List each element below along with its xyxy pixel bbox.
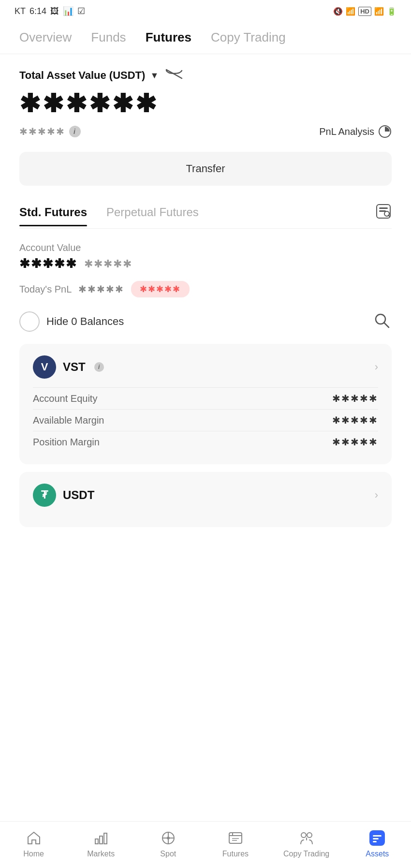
usdt-symbol: USDT: [63, 488, 94, 502]
time-label: 6:14: [29, 6, 46, 16]
hide-balances-left: Hide 0 Balances: [19, 311, 124, 332]
available-margin-label: Available Margin: [33, 415, 104, 426]
pnl-stars: ✱✱✱✱✱: [78, 283, 124, 295]
nav-spot[interactable]: Spot: [149, 829, 188, 858]
svg-line-0: [166, 70, 182, 78]
svg-rect-4: [379, 210, 386, 212]
vst-token-left: V VST i: [33, 355, 104, 379]
account-value-main: ✱✱✱✱✱: [19, 256, 77, 271]
svg-rect-16: [229, 833, 242, 843]
mute-icon: 🔇: [333, 7, 343, 16]
vst-token-card: V VST i › Account Equity ✱✱✱✱✱ Available…: [19, 344, 392, 464]
svg-rect-25: [373, 838, 379, 839]
carrier-label: KT: [15, 6, 26, 16]
position-margin-row: Position Margin ✱✱✱✱✱: [33, 431, 378, 453]
nav-copy-trading[interactable]: Copy Trading: [211, 30, 286, 49]
vst-token-header[interactable]: V VST i ›: [33, 355, 378, 379]
pnl-analysis-button[interactable]: PnL Analysis: [319, 125, 392, 138]
asset-title: Total Asset Value (USDT): [19, 69, 145, 82]
nav-overview[interactable]: Overview: [19, 30, 72, 49]
svg-point-15: [167, 837, 170, 839]
hide-balances-toggle[interactable]: [19, 311, 40, 332]
account-equity-label: Account Equity: [33, 393, 97, 404]
main-content: Total Asset Value (USDT) ▼ ✱✱✱✱✱✱ ✱✱✱✱✱ …: [0, 54, 411, 603]
filter-icon[interactable]: [375, 203, 392, 228]
vst-info-icon[interactable]: i: [94, 362, 104, 372]
svg-point-22: [307, 833, 312, 838]
spot-icon: [160, 829, 177, 847]
nav-home[interactable]: Home: [15, 829, 53, 858]
asset-sub-value: ✱✱✱✱✱: [19, 126, 65, 137]
assets-icon: [368, 829, 386, 847]
usdt-token-left: ₮ USDT: [33, 484, 94, 507]
battery-icon: 🔋: [387, 7, 396, 16]
signal-icon: 📶: [374, 7, 384, 16]
gallery-icon: 🖼: [50, 6, 59, 16]
nav-futures[interactable]: Futures: [146, 30, 191, 49]
vst-logo-letter: V: [41, 361, 48, 373]
account-section: Account Value ✱✱✱✱✱ ✱✱✱✱✱ Today's PnL ✱✱…: [19, 242, 392, 297]
futures-tabs: Std. Futures Perpetual Futures: [19, 203, 392, 229]
position-margin-label: Position Margin: [33, 437, 100, 448]
tab-std-futures[interactable]: Std. Futures: [19, 206, 87, 226]
vst-logo: V: [33, 355, 56, 379]
hide-balances-label: Hide 0 Balances: [46, 315, 124, 328]
screenshot-icon: 📊: [63, 6, 73, 16]
info-icon[interactable]: i: [69, 126, 81, 137]
position-margin-value: ✱✱✱✱✱: [332, 436, 378, 448]
eye-icon[interactable]: [165, 69, 183, 82]
nav-funds[interactable]: Funds: [91, 30, 126, 49]
nav-futures-bottom[interactable]: Futures: [216, 829, 255, 858]
svg-point-21: [301, 833, 306, 838]
usdt-logo: ₮: [33, 484, 56, 507]
account-value-sub: ✱✱✱✱✱: [84, 258, 132, 270]
nav-copy-trading-bottom-label: Copy Trading: [283, 850, 329, 858]
nav-markets[interactable]: Markets: [82, 829, 120, 858]
copy-trading-icon: [298, 829, 315, 847]
nav-copy-trading-bottom[interactable]: Copy Trading: [283, 829, 329, 858]
nav-spot-label: Spot: [160, 850, 176, 858]
nav-assets-label: Assets: [366, 850, 389, 858]
svg-line-6: [388, 215, 390, 217]
asset-title-row: Total Asset Value (USDT) ▼: [19, 69, 392, 82]
pnl-label: Today's PnL: [19, 284, 72, 295]
search-button[interactable]: [372, 311, 392, 332]
vst-chevron-right-icon: ›: [375, 361, 378, 373]
top-navigation: Overview Funds Futures Copy Trading: [0, 20, 411, 54]
svg-rect-10: [100, 836, 103, 844]
nav-home-label: Home: [23, 850, 44, 858]
usdt-token-header[interactable]: ₮ USDT ›: [33, 484, 378, 507]
usdt-logo-letter: ₮: [41, 489, 48, 501]
svg-rect-24: [373, 835, 382, 837]
usdt-token-card: ₮ USDT ›: [19, 472, 392, 527]
vst-symbol: VST: [63, 360, 86, 374]
svg-rect-11: [104, 833, 107, 844]
asset-sub-row: ✱✱✱✱✱ i PnL Analysis: [19, 125, 392, 138]
svg-line-8: [384, 323, 389, 327]
svg-rect-9: [95, 839, 98, 844]
hide-balances-row: Hide 0 Balances: [19, 311, 392, 332]
nav-assets[interactable]: Assets: [358, 829, 396, 858]
usdt-chevron-right-icon: ›: [375, 489, 378, 501]
pnl-badge: ✱✱✱✱✱: [131, 281, 190, 297]
pnl-analysis-label: PnL Analysis: [319, 126, 374, 137]
pnl-chart-icon: [378, 125, 392, 138]
wifi-icon: 📶: [346, 7, 355, 16]
asset-value: ✱✱✱✱✱✱: [19, 89, 392, 118]
dropdown-arrow-icon[interactable]: ▼: [150, 71, 159, 81]
markets-icon: [92, 829, 110, 847]
search-icon: [372, 311, 392, 330]
asset-sub-left: ✱✱✱✱✱ i: [19, 126, 81, 137]
account-equity-value: ✱✱✱✱✱: [332, 393, 378, 404]
nav-futures-bottom-label: Futures: [222, 850, 249, 858]
status-icons: 🔇 📶 HD 📶 🔋: [333, 7, 396, 16]
tab-perpetual-futures[interactable]: Perpetual Futures: [106, 206, 199, 226]
account-equity-row: Account Equity ✱✱✱✱✱: [33, 387, 378, 409]
checkbox-icon: ☑: [77, 6, 85, 16]
transfer-button[interactable]: Transfer: [19, 152, 392, 186]
svg-rect-26: [373, 841, 377, 842]
svg-rect-3: [379, 207, 388, 209]
status-left: KT 6:14 🖼 📊 ☑: [15, 6, 85, 16]
bottom-navigation: Home Markets Spot: [0, 821, 411, 868]
hd-icon: HD: [358, 7, 371, 16]
